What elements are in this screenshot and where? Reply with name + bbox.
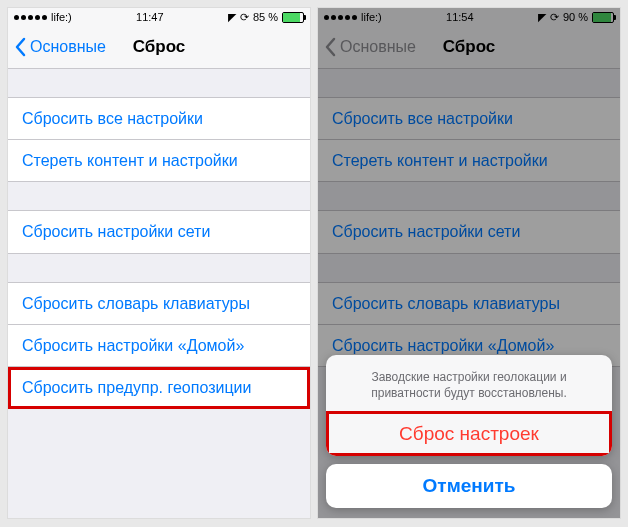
settings-group: Сбросить настройки сети — [8, 210, 310, 253]
nav-bar: Основные Сброс — [8, 26, 310, 69]
cell-reset-home[interactable]: Сбросить настройки «Домой» — [8, 325, 310, 367]
battery-icon — [282, 12, 304, 23]
status-bar: life:) 11:47 ◤ ⟳ 85 % — [8, 8, 310, 26]
clock: 11:47 — [136, 11, 164, 23]
battery-pct: 85 % — [253, 11, 278, 23]
screenshot-left: life:) 11:47 ◤ ⟳ 85 % Основные Сброс — [8, 8, 310, 518]
settings-group: Сбросить словарь клавиатуры Сбросить нас… — [8, 282, 310, 410]
battery-fill — [283, 13, 300, 22]
cell-reset-all[interactable]: Сбросить все настройки — [8, 97, 310, 140]
cell-reset-location[interactable]: Сбросить предупр. геопозиции — [8, 367, 310, 409]
rotation-lock-icon: ⟳ — [240, 11, 249, 24]
action-sheet-reset-button[interactable]: Сброс настроек — [326, 411, 612, 456]
action-sheet-cancel-button[interactable]: Отменить — [326, 464, 612, 508]
chevron-left-icon — [14, 37, 26, 57]
cell-erase-content[interactable]: Стереть контент и настройки — [8, 140, 310, 182]
cell-reset-network[interactable]: Сбросить настройки сети — [8, 210, 310, 253]
settings-group: Сбросить все настройки Стереть контент и… — [8, 97, 310, 182]
back-button[interactable]: Основные — [14, 37, 106, 57]
action-sheet: Заводские настройки геолокации и приватн… — [326, 355, 612, 508]
carrier-label: life:) — [51, 11, 72, 23]
back-label: Основные — [30, 38, 106, 56]
action-sheet-message: Заводские настройки геолокации и приватн… — [326, 355, 612, 411]
signal-icon — [14, 15, 47, 20]
cell-reset-keyboard[interactable]: Сбросить словарь клавиатуры — [8, 282, 310, 325]
screenshot-right: life:) 11:54 ◤ ⟳ 90 % Основные Сброс — [318, 8, 620, 518]
location-icon: ◤ — [228, 11, 236, 24]
